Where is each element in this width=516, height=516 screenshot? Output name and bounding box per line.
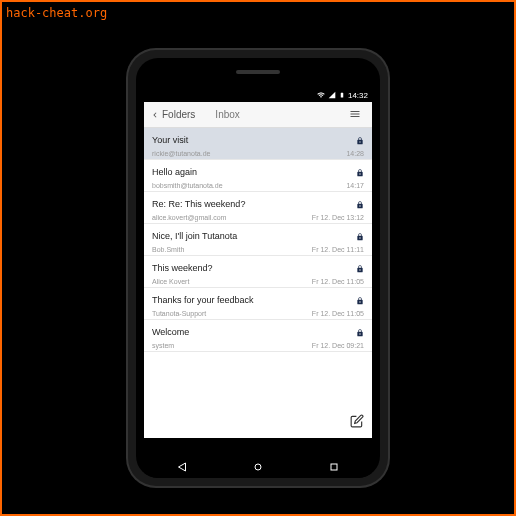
lock-icon [356,131,364,149]
lock-icon [356,291,364,309]
nav-home-icon [252,461,264,473]
email-sender: alice.kovert@gmail.com [152,214,226,221]
email-time: Fr 12. Dec 11:05 [312,278,364,285]
email-time: Fr 12. Dec 13:12 [312,214,364,221]
nav-recent-icon [328,461,340,473]
back-label: Folders [162,109,195,120]
email-sender: bobsmith@tutanota.de [152,182,223,189]
email-time: Fr 12. Dec 11:11 [312,246,364,253]
phone-speaker [236,70,280,74]
battery-icon [339,91,345,99]
email-sender: system [152,342,174,349]
email-sender: Bob.Smith [152,246,184,253]
email-row[interactable]: Hello again bobsmith@tutanota.de 14:17 [144,160,372,192]
email-subject: Re: Re: This weekend? [152,199,245,209]
lock-icon [356,195,364,213]
screen: 14:32 Folders Inbox Your visit rick [144,88,372,438]
menu-button[interactable] [344,104,366,126]
email-time: Fr 12. Dec 09:21 [312,342,364,349]
email-row[interactable]: Your visit rickie@tutanota.de 14:28 [144,128,372,160]
phone-frame: 14:32 Folders Inbox Your visit rick [128,50,388,486]
email-sender: Alice Kovert [152,278,189,285]
lock-icon [356,163,364,181]
signal-icon [328,91,336,99]
android-navbar [144,456,372,478]
statusbar: 14:32 [144,88,372,102]
email-row[interactable]: Thanks for your feedback Tutanota-Suppor… [144,288,372,320]
email-list[interactable]: Your visit rickie@tutanota.de 14:28 Hell… [144,128,372,438]
email-time: Fr 12. Dec 11:05 [312,310,364,317]
email-row[interactable]: Welcome system Fr 12. Dec 09:21 [144,320,372,352]
email-subject: Nice, I'll join Tutanota [152,231,237,241]
email-sender: Tutanota-Support [152,310,206,317]
compose-button[interactable] [350,414,364,432]
email-row[interactable]: Nice, I'll join Tutanota Bob.Smith Fr 12… [144,224,372,256]
appbar: Folders Inbox [144,102,372,128]
email-subject: Welcome [152,327,189,337]
email-sender: rickie@tutanota.de [152,150,210,157]
nav-back-icon [176,461,188,473]
email-time: 14:17 [346,182,364,189]
email-subject: Thanks for your feedback [152,295,254,305]
email-subject: Your visit [152,135,188,145]
nav-home-button[interactable] [252,461,264,473]
svg-point-0 [255,464,261,470]
lock-icon [356,227,364,245]
nav-recent-button[interactable] [328,461,340,473]
watermark: hack-cheat.org [6,6,107,20]
chevron-left-icon [150,110,160,120]
wifi-icon [317,91,325,99]
lock-icon [356,259,364,277]
back-button[interactable]: Folders [150,109,195,120]
phone-inner: 14:32 Folders Inbox Your visit rick [136,58,380,478]
hamburger-icon [348,108,362,120]
email-subject: This weekend? [152,263,213,273]
email-row[interactable]: Re: Re: This weekend? alice.kovert@gmail… [144,192,372,224]
statusbar-time: 14:32 [348,91,368,100]
compose-icon [350,414,364,428]
lock-icon [356,323,364,341]
email-time: 14:28 [346,150,364,157]
page-title: Inbox [215,109,239,120]
email-row[interactable]: This weekend? Alice Kovert Fr 12. Dec 11… [144,256,372,288]
nav-back-button[interactable] [176,461,188,473]
email-subject: Hello again [152,167,197,177]
svg-rect-1 [331,464,337,470]
